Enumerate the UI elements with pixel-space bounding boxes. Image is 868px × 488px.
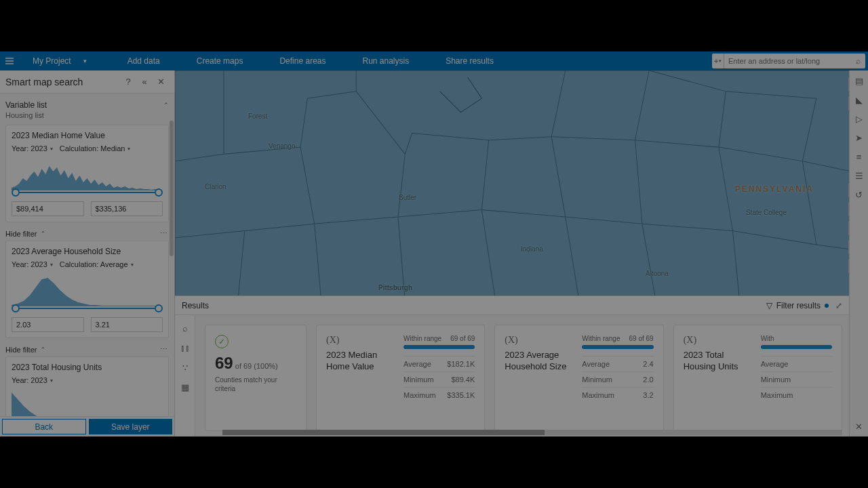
chevron-down-icon: ▾: [127, 146, 130, 152]
variable-icon: (X): [326, 335, 394, 346]
map-label-state: PENNSYLVANIA: [735, 184, 814, 194]
help-icon[interactable]: ?: [120, 74, 136, 90]
range-bar: [761, 345, 832, 349]
right-tool-strip: ▤ ◣ ▷ ➤ ≡ ☰ ↺ ✕: [849, 70, 868, 436]
map-label-city: Pittsburgh: [378, 284, 412, 291]
map-label-county: Clarion: [205, 183, 226, 190]
range-min-input[interactable]: [12, 201, 84, 216]
year-select[interactable]: Year: 2023▾: [12, 260, 53, 268]
ruler-icon[interactable]: ▷: [853, 113, 865, 125]
pointer-icon[interactable]: ➤: [853, 131, 865, 144]
collapse-section-icon[interactable]: ⌃: [163, 102, 169, 108]
within-range-label: Within range: [582, 335, 620, 342]
menu-button[interactable]: [0, 52, 19, 70]
summary-count: 69: [215, 354, 233, 372]
chevron-up-icon: ⌃: [41, 230, 45, 237]
variable-card-home-value: 2023 Median Home Value Year: 2023▾ Calcu…: [5, 125, 169, 222]
stat-title: 2023 Total Housing Units: [684, 350, 751, 373]
chevron-up-icon: ⌃: [41, 346, 45, 352]
tab-magnify-icon[interactable]: ⌕: [182, 323, 188, 333]
range-slider[interactable]: [12, 188, 163, 197]
variable-list-heading: Variable list: [5, 100, 47, 110]
map-label-city: Altoona: [646, 270, 669, 277]
variable-icon: (X): [684, 335, 751, 346]
layers-icon[interactable]: ▤: [853, 75, 865, 87]
variable-card-household-size: 2023 Average Household Size Year: 2023▾ …: [5, 241, 169, 338]
map-label-county: Butler: [399, 194, 416, 201]
smart-map-search-panel: Smart map search ? « ✕ Variable list⌃ Ho…: [0, 70, 175, 436]
nav-share-results[interactable]: Share results: [446, 56, 494, 66]
variable-card-housing-units: 2023 Total Housing Units Year: 2023▾: [5, 357, 169, 416]
within-range-label: Within range: [403, 335, 441, 342]
chevron-down-icon: ▾: [50, 146, 53, 152]
year-select[interactable]: Year: 2023▾: [12, 144, 53, 152]
nav-add-data[interactable]: Add data: [127, 56, 160, 66]
variable-title: 2023 Median Home Value: [12, 131, 163, 140]
range-bar: [582, 345, 653, 349]
hide-filter-toggle[interactable]: Hide filter⌃⋯: [5, 229, 169, 238]
nav-create-maps[interactable]: Create maps: [197, 56, 243, 66]
histogram: [12, 158, 163, 190]
tag-icon[interactable]: ◣: [853, 94, 865, 106]
calc-select[interactable]: Calculation: Median▾: [60, 144, 131, 152]
stat-title: 2023 Median Home Value: [326, 350, 394, 373]
scrollbar[interactable]: [170, 121, 174, 256]
stat-title: 2023 Average Household Size: [505, 350, 572, 373]
calc-select[interactable]: Calculation: Average▾: [60, 260, 134, 268]
nav-run-analysis[interactable]: Run analysis: [362, 56, 409, 66]
range-max-input[interactable]: [91, 201, 163, 216]
project-name[interactable]: My Project: [33, 56, 71, 66]
map-label-county: Indiana: [521, 245, 543, 253]
list-icon[interactable]: ≡: [853, 150, 865, 163]
range-max-input[interactable]: [91, 317, 163, 332]
year-select[interactable]: Year: 2023▾: [12, 376, 53, 384]
range-min-input[interactable]: [12, 317, 84, 332]
pin-icon[interactable]: ⌖▾: [712, 54, 724, 68]
variable-title: 2023 Total Housing Units: [12, 363, 163, 372]
more-icon[interactable]: ⋯: [160, 229, 169, 238]
variable-icon: (X): [505, 335, 572, 346]
stat-card-housing-units: (X) 2023 Total Housing Units With Averag…: [673, 325, 842, 431]
back-button[interactable]: Back: [2, 419, 86, 434]
chevron-down-icon: ▾: [50, 378, 53, 384]
summary-of: of 69 (100%): [233, 362, 278, 370]
close-strip-icon[interactable]: ✕: [853, 420, 865, 432]
map-label-city: State College: [746, 209, 787, 216]
top-bar: My Project ▾ Add data Create maps Define…: [0, 52, 868, 70]
tab-scatter-icon[interactable]: ∵: [182, 363, 188, 373]
within-range-value: 69 of 69: [629, 335, 654, 342]
search-input[interactable]: [724, 57, 850, 65]
map-label-county: Forest: [248, 113, 267, 120]
more-icon[interactable]: ⋯: [160, 345, 169, 354]
expand-panel-icon[interactable]: ⤢: [835, 301, 842, 310]
chevron-down-icon[interactable]: ▾: [83, 58, 87, 64]
within-range-label: With: [761, 335, 774, 342]
legend-icon[interactable]: ☰: [853, 169, 865, 182]
chevron-down-icon: ▾: [131, 262, 134, 268]
tab-table-icon[interactable]: ▦: [181, 382, 189, 392]
address-search: ⌖▾ ⌕: [712, 54, 865, 68]
results-title: Results: [182, 301, 209, 310]
collapse-icon[interactable]: «: [136, 74, 153, 90]
check-icon: ✓: [215, 335, 229, 348]
reset-icon[interactable]: ↺: [853, 188, 865, 201]
histogram: [12, 390, 163, 416]
summary-desc: Counties match your criteria: [215, 375, 296, 393]
chevron-down-icon: ▾: [50, 262, 53, 268]
stat-card-household-size: (X) 2023 Average Household Size Within r…: [494, 325, 663, 431]
variable-list-sub: Housing list: [5, 111, 169, 119]
save-layer-button[interactable]: Save layer: [89, 419, 173, 434]
horizontal-scrollbar[interactable]: [222, 430, 842, 435]
tab-chart-icon[interactable]: ⫿⫿: [180, 343, 190, 353]
within-range-value: 69 of 69: [450, 335, 475, 342]
map-label-county: Venango: [269, 142, 296, 150]
active-filter-dot: [825, 304, 829, 308]
filter-results-button[interactable]: ▽ Filter results: [766, 301, 829, 310]
search-icon[interactable]: ⌕: [850, 56, 865, 66]
nav-define-areas[interactable]: Define areas: [279, 56, 326, 66]
range-slider[interactable]: [12, 304, 163, 313]
close-icon[interactable]: ✕: [153, 74, 169, 90]
hide-filter-toggle[interactable]: Hide filter⌃⋯: [5, 345, 169, 354]
variable-title: 2023 Average Household Size: [12, 247, 163, 256]
range-bar: [403, 345, 475, 349]
